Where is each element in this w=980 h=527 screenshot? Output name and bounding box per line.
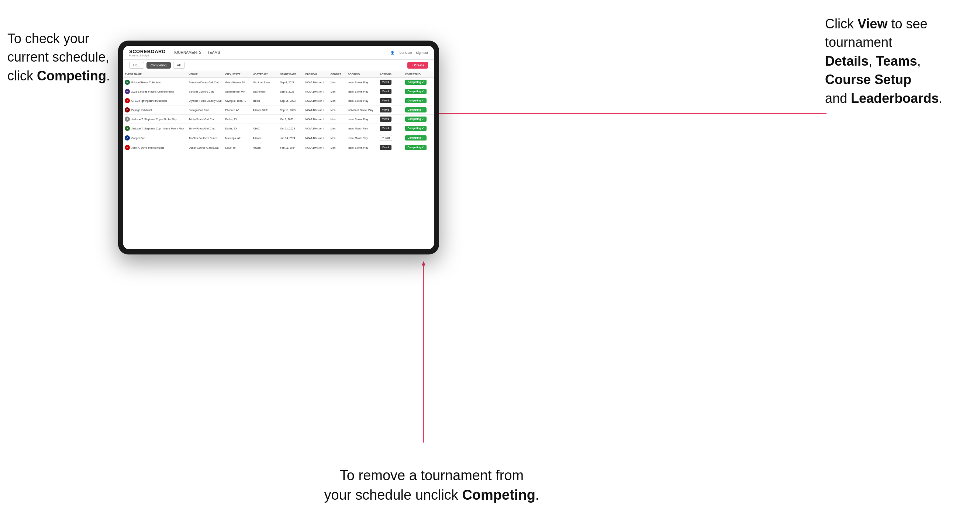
td-competing-7: Competing ✓: [404, 143, 434, 152]
td-actions-1: View ℹ: [378, 87, 403, 96]
td-scoring-2: team, Stroke Play: [347, 96, 379, 105]
tab-hosting[interactable]: Ho...: [129, 62, 144, 68]
annotation-topleft-l2: current schedule,: [7, 49, 109, 65]
tab-all[interactable]: All: [173, 62, 185, 68]
event-name-cell: M Folds of Honor Collegiate: [125, 80, 186, 85]
td-hosted-0: Michigan State: [251, 78, 278, 87]
ann-tr-l2: tournament: [825, 35, 892, 50]
event-name-cell: A Copper Cup: [125, 135, 186, 141]
team-logo: I: [125, 98, 130, 103]
td-city-4: Dallas, TX: [224, 115, 251, 124]
td-city-0: Grand Haven, MI: [224, 78, 251, 87]
competing-button[interactable]: Competing ✓: [405, 107, 427, 113]
td-gender-1: Men: [329, 87, 347, 96]
event-name-cell: W 2023 Sahalee Players Championship: [125, 89, 186, 94]
competing-button[interactable]: Competing ✓: [405, 80, 427, 85]
td-division-3: NCAA Division I: [304, 105, 329, 115]
edit-button[interactable]: ✏ Edit: [380, 135, 392, 141]
td-actions-0: View ℹ: [378, 78, 403, 87]
td-gender-0: Men: [329, 78, 347, 87]
competing-button[interactable]: Competing ✓: [405, 145, 427, 150]
td-city-1: Sammamish, WA: [224, 87, 251, 96]
nav-tournaments[interactable]: TOURNAMENTS: [173, 51, 202, 55]
view-button[interactable]: View ℹ: [380, 126, 391, 131]
event-name-cell: J Jackson T. Stephens Cup – Stroke Play: [125, 116, 186, 122]
td-venue-1: Sahalee Country Club: [187, 87, 224, 96]
ann-tr-b3: Teams: [876, 54, 917, 68]
team-logo: J: [125, 116, 130, 122]
user-name: Test User: [398, 51, 412, 55]
td-competing-1: Competing ✓: [404, 87, 434, 96]
ann-bot-bold: Competing: [462, 487, 535, 503]
ann-tr-b4: Course Setup: [825, 72, 912, 87]
competing-button[interactable]: Competing ✓: [405, 116, 427, 122]
td-actions-3: View ℹ: [378, 105, 403, 115]
team-logo: H: [125, 145, 130, 150]
annotation-topleft-l1: To check your: [7, 31, 89, 46]
tablet-screen: SCOREBOARD Powered by clipd TOURNAMENTS …: [123, 46, 434, 249]
td-hosted-3: Arizona State: [251, 105, 278, 115]
annotation-topright: Click View to see tournament Details, Te…: [825, 15, 973, 108]
td-start-4: Oct 9, 2023: [278, 115, 304, 124]
competing-button[interactable]: Competing ✓: [405, 126, 427, 131]
td-division-1: NCAA Division I: [304, 87, 329, 96]
nav-links: TOURNAMENTS TEAMS: [173, 51, 220, 55]
ann-tr-b5: Leaderboards: [851, 91, 939, 106]
td-gender-2: Men: [329, 96, 347, 105]
td-scoring-7: team, Stroke Play: [347, 143, 379, 152]
td-competing-4: Competing ✓: [404, 115, 434, 124]
td-venue-2: Olympia Fields Country Club: [187, 96, 224, 105]
td-division-0: NCAA Division I: [304, 78, 329, 87]
table-row: J Jackson T. Stephens Cup – Men's Match …: [123, 124, 434, 133]
tab-competing[interactable]: Competing: [146, 62, 171, 68]
ann-tr-b1: View: [858, 16, 888, 31]
td-venue-7: Ocean Course At Hokuala: [187, 143, 224, 152]
view-button[interactable]: View ℹ: [380, 145, 391, 150]
td-start-2: Sep 15, 2023: [278, 96, 304, 105]
competing-button[interactable]: Competing ✓: [405, 98, 427, 103]
annotation-topleft-period: .: [106, 68, 110, 83]
sign-out-link[interactable]: Sign out: [416, 51, 428, 55]
ann-bot-period: .: [535, 487, 539, 503]
th-venue: VENUE: [187, 71, 224, 78]
event-name-cell: J Jackson T. Stephens Cup – Men's Match …: [125, 126, 186, 131]
td-city-7: Lihue, HI: [224, 143, 251, 152]
td-start-5: Oct 11, 2023: [278, 124, 304, 133]
td-actions-6: ✏ Edit: [378, 133, 403, 143]
nav-teams[interactable]: TEAMS: [207, 51, 220, 55]
ann-bot-l2: your schedule unclick: [325, 487, 462, 503]
td-competing-3: Competing ✓: [404, 105, 434, 115]
competing-button[interactable]: Competing ✓: [405, 89, 427, 94]
td-actions-4: View ℹ: [378, 115, 403, 124]
td-venue-6: Ak-Chin Southern Dunes: [187, 133, 224, 143]
td-city-5: Dallas, TX: [224, 124, 251, 133]
view-button[interactable]: View ℹ: [380, 116, 391, 122]
brand-sub: Powered by clipd: [129, 54, 165, 57]
td-actions-2: View ℹ: [378, 96, 403, 105]
event-name-cell: I OFCC Fighting Illini Invitational: [125, 98, 186, 103]
view-button[interactable]: View ℹ: [380, 98, 391, 103]
td-hosted-5: ABAC: [251, 124, 278, 133]
event-name-cell: P Papago Individual: [125, 107, 186, 113]
td-gender-7: Men: [329, 143, 347, 152]
th-actions: ACTIONS: [378, 71, 403, 78]
td-event-6: A Copper Cup: [123, 133, 187, 143]
td-start-3: Sep 18, 2023: [278, 105, 304, 115]
th-competing: COMPETING: [404, 71, 434, 78]
td-division-6: NCAA Division I: [304, 133, 329, 143]
ann-tr-l1: Click: [825, 16, 858, 31]
td-gender-6: Men: [329, 133, 347, 143]
create-button[interactable]: + Create: [407, 62, 428, 68]
app-header: SCOREBOARD Powered by clipd TOURNAMENTS …: [123, 46, 434, 60]
td-competing-2: Competing ✓: [404, 96, 434, 105]
view-button[interactable]: View ℹ: [380, 107, 391, 113]
toolbar: Ho... Competing All + Create: [123, 60, 434, 71]
view-button[interactable]: View ℹ: [380, 80, 391, 85]
competing-button[interactable]: Competing ✓: [405, 135, 427, 141]
brand: SCOREBOARD Powered by clipd: [129, 49, 165, 57]
table-body: M Folds of Honor Collegiate American Dun…: [123, 78, 434, 152]
td-division-2: NCAA Division I: [304, 96, 329, 105]
event-name-cell: H John A. Burns Intercollegiate: [125, 145, 186, 150]
view-button[interactable]: View ℹ: [380, 89, 391, 94]
td-hosted-4: [251, 115, 278, 124]
